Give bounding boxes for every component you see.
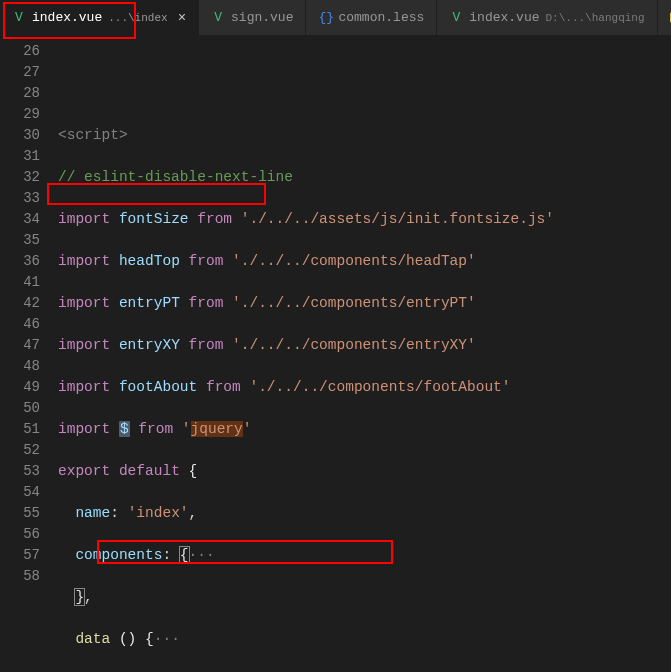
line-number: 32 bbox=[0, 167, 40, 188]
tab-detail: D:\...\hangqing bbox=[546, 12, 645, 24]
tab-label: index.vue bbox=[469, 10, 539, 25]
line-number: 51 bbox=[0, 419, 40, 440]
tab-bar: V index.vue ...\index × V sign.vue {} co… bbox=[0, 0, 671, 35]
line-number: 55 bbox=[0, 503, 40, 524]
tab-index-vue-hangqing[interactable]: V index.vue D:\...\hangqing bbox=[437, 0, 657, 35]
line-number: 56 bbox=[0, 524, 40, 545]
close-icon[interactable]: × bbox=[178, 10, 186, 26]
line-number: +36 bbox=[0, 251, 40, 272]
line-number: 33 bbox=[0, 188, 40, 209]
line-number: 57 bbox=[0, 545, 40, 566]
code-line: }, bbox=[58, 587, 554, 608]
code-line: data () {··· bbox=[58, 629, 554, 650]
code-content[interactable]: <script> // eslint-disable-next-line imp… bbox=[50, 35, 554, 672]
line-number: +42 bbox=[0, 293, 40, 314]
line-number: 30 bbox=[0, 125, 40, 146]
line-number: 48 bbox=[0, 356, 40, 377]
tab-index-vue-active[interactable]: V index.vue ...\index × bbox=[0, 0, 199, 35]
line-number: 46 bbox=[0, 314, 40, 335]
line-number: 50 bbox=[0, 398, 40, 419]
vue-icon: V bbox=[211, 10, 225, 25]
code-line: import entryPT from './../../components/… bbox=[58, 293, 554, 314]
line-number: 34 bbox=[0, 209, 40, 230]
line-number: 49 bbox=[0, 377, 40, 398]
line-number: 58 bbox=[0, 566, 40, 587]
line-number: 35 bbox=[0, 230, 40, 251]
tab-detail: ...\index bbox=[108, 12, 167, 24]
code-line: // eslint-disable-next-line bbox=[58, 167, 554, 188]
code-line: export default { bbox=[58, 461, 554, 482]
code-line: components: {··· bbox=[58, 545, 554, 566]
tab-label: common.less bbox=[338, 10, 424, 25]
tab-sign-vue[interactable]: V sign.vue bbox=[199, 0, 306, 35]
code-line: <script> bbox=[58, 125, 554, 146]
tab-common-less[interactable]: {} common.less bbox=[306, 0, 437, 35]
line-number: 26 bbox=[0, 41, 40, 62]
line-number-gutter: 26 27 28 29 30 31 32 33 34 35 +36 41 +42… bbox=[0, 35, 50, 672]
line-number: 52 bbox=[0, 440, 40, 461]
code-line: name: 'index', bbox=[58, 503, 554, 524]
line-number: 31 bbox=[0, 146, 40, 167]
line-number: 54 bbox=[0, 482, 40, 503]
editor-area[interactable]: 26 27 28 29 30 31 32 33 34 35 +36 41 +42… bbox=[0, 35, 671, 672]
code-line: import headTop from './../../components/… bbox=[58, 251, 554, 272]
line-number: 29 bbox=[0, 104, 40, 125]
tab-label: index.vue bbox=[32, 10, 102, 25]
tab-label: sign.vue bbox=[231, 10, 293, 25]
line-number: 47 bbox=[0, 335, 40, 356]
vue-icon: V bbox=[12, 10, 26, 25]
less-icon: {} bbox=[318, 10, 332, 25]
line-number: 27 bbox=[0, 62, 40, 83]
line-number: 53 bbox=[0, 461, 40, 482]
line-number: 41 bbox=[0, 272, 40, 293]
code-line: import entryXY from './../../components/… bbox=[58, 335, 554, 356]
code-line: import fontSize from './../../assets/js/… bbox=[58, 209, 554, 230]
code-line: import footAbout from './../../component… bbox=[58, 377, 554, 398]
tab-webpack[interactable]: JS webpack.base.c bbox=[658, 0, 671, 35]
vue-icon: V bbox=[449, 10, 463, 25]
line-number: 28 bbox=[0, 83, 40, 104]
code-line: import $ from 'jquery' bbox=[58, 419, 554, 440]
